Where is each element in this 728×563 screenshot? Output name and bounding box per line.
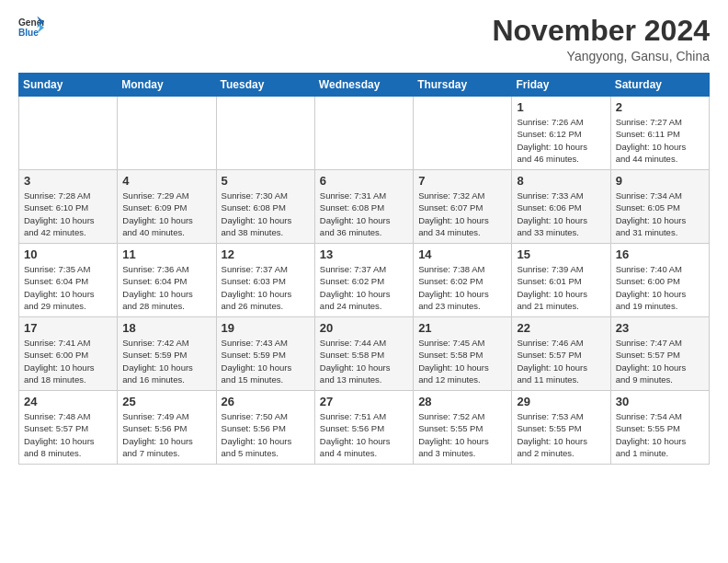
day-number-17: 17 [24,321,112,335]
cell-2-5: 15Sunrise: 7:39 AMSunset: 6:01 PMDayligh… [512,244,610,317]
week-row-4: 17Sunrise: 7:41 AMSunset: 6:00 PMDayligh… [19,317,710,391]
cell-3-1: 18Sunrise: 7:42 AMSunset: 5:59 PMDayligh… [118,317,216,391]
day-info-7: Sunrise: 7:32 AMSunset: 6:07 PMDaylight:… [418,190,506,238]
cell-0-0 [19,97,118,170]
cell-0-2 [216,97,314,170]
cell-0-1 [118,97,216,170]
svg-text:Blue: Blue [18,28,39,38]
header-sunday: Sunday [19,74,118,97]
day-info-5: Sunrise: 7:30 AMSunset: 6:08 PMDaylight:… [222,190,310,238]
day-number-14: 14 [418,247,506,261]
day-info-27: Sunrise: 7:51 AMSunset: 5:56 PMDaylight:… [320,410,408,459]
title-block: November 2024 Yangyong, Gansu, China [492,15,710,63]
cell-2-6: 16Sunrise: 7:40 AMSunset: 6:00 PMDayligh… [610,244,709,317]
header-thursday: Thursday [414,74,512,97]
day-number-6: 6 [320,174,408,188]
day-info-1: Sunrise: 7:26 AMSunset: 6:12 PMDaylight:… [517,116,605,165]
header-monday: Monday [118,74,216,97]
day-number-10: 10 [24,247,112,261]
day-info-2: Sunrise: 7:27 AMSunset: 6:11 PMDaylight:… [616,116,704,165]
logo: General Blue [18,15,44,40]
day-info-25: Sunrise: 7:49 AMSunset: 5:56 PMDaylight:… [122,410,210,459]
cell-4-6: 30Sunrise: 7:54 AMSunset: 5:55 PMDayligh… [610,391,709,465]
cell-0-3 [314,97,413,170]
day-number-23: 23 [616,321,704,335]
day-number-3: 3 [24,174,112,188]
cell-2-3: 13Sunrise: 7:37 AMSunset: 6:02 PMDayligh… [314,244,413,317]
location-subtitle: Yangyong, Gansu, China [492,49,710,63]
cell-3-2: 19Sunrise: 7:43 AMSunset: 5:59 PMDayligh… [216,317,314,391]
day-info-26: Sunrise: 7:50 AMSunset: 5:56 PMDaylight:… [222,410,310,459]
cell-1-0: 3Sunrise: 7:28 AMSunset: 6:10 PMDaylight… [19,170,118,244]
calendar-header: Sunday Monday Tuesday Wednesday Thursday… [19,74,710,97]
day-info-6: Sunrise: 7:31 AMSunset: 6:08 PMDaylight:… [320,190,408,238]
day-number-22: 22 [517,321,605,335]
day-info-13: Sunrise: 7:37 AMSunset: 6:02 PMDaylight:… [320,263,408,312]
day-info-12: Sunrise: 7:37 AMSunset: 6:03 PMDaylight:… [222,263,310,312]
cell-4-1: 25Sunrise: 7:49 AMSunset: 5:56 PMDayligh… [118,391,216,465]
day-number-5: 5 [222,174,310,188]
day-number-11: 11 [122,247,210,261]
week-row-3: 10Sunrise: 7:35 AMSunset: 6:04 PMDayligh… [19,244,710,317]
day-info-10: Sunrise: 7:35 AMSunset: 6:04 PMDaylight:… [24,263,112,312]
day-info-3: Sunrise: 7:28 AMSunset: 6:10 PMDaylight:… [24,190,112,238]
cell-0-4 [414,97,512,170]
week-row-5: 24Sunrise: 7:48 AMSunset: 5:57 PMDayligh… [19,391,710,465]
day-number-24: 24 [24,395,112,408]
day-info-23: Sunrise: 7:47 AMSunset: 5:57 PMDaylight:… [616,337,704,385]
cell-1-6: 9Sunrise: 7:34 AMSunset: 6:05 PMDaylight… [610,170,709,244]
cell-4-2: 26Sunrise: 7:50 AMSunset: 5:56 PMDayligh… [216,391,314,465]
cell-4-0: 24Sunrise: 7:48 AMSunset: 5:57 PMDayligh… [19,391,118,465]
day-info-9: Sunrise: 7:34 AMSunset: 6:05 PMDaylight:… [616,190,704,238]
day-number-9: 9 [616,174,704,188]
weekday-header-row: Sunday Monday Tuesday Wednesday Thursday… [19,74,710,97]
header-friday: Friday [512,74,610,97]
cell-1-4: 7Sunrise: 7:32 AMSunset: 6:07 PMDaylight… [414,170,512,244]
day-number-1: 1 [517,100,605,114]
cell-0-5: 1Sunrise: 7:26 AMSunset: 6:12 PMDaylight… [512,97,610,170]
day-number-4: 4 [122,174,210,188]
cell-3-5: 22Sunrise: 7:46 AMSunset: 5:57 PMDayligh… [512,317,610,391]
calendar-body: 1Sunrise: 7:26 AMSunset: 6:12 PMDaylight… [19,97,710,465]
day-number-12: 12 [222,247,310,261]
calendar-table: Sunday Monday Tuesday Wednesday Thursday… [18,73,710,465]
day-info-24: Sunrise: 7:48 AMSunset: 5:57 PMDaylight:… [24,410,112,459]
day-info-21: Sunrise: 7:45 AMSunset: 5:58 PMDaylight:… [418,337,506,385]
day-number-18: 18 [122,321,210,335]
cell-3-3: 20Sunrise: 7:44 AMSunset: 5:58 PMDayligh… [314,317,413,391]
cell-4-4: 28Sunrise: 7:52 AMSunset: 5:55 PMDayligh… [414,391,512,465]
header-wednesday: Wednesday [314,74,413,97]
day-info-17: Sunrise: 7:41 AMSunset: 6:00 PMDaylight:… [24,337,112,385]
logo-icon: General Blue [18,15,44,40]
day-number-26: 26 [222,395,310,408]
page: General Blue November 2024 Yangyong, Gan… [0,0,728,563]
cell-2-0: 10Sunrise: 7:35 AMSunset: 6:04 PMDayligh… [19,244,118,317]
day-number-25: 25 [122,395,210,408]
day-info-30: Sunrise: 7:54 AMSunset: 5:55 PMDaylight:… [616,410,704,459]
day-info-14: Sunrise: 7:38 AMSunset: 6:02 PMDaylight:… [418,263,506,312]
day-info-15: Sunrise: 7:39 AMSunset: 6:01 PMDaylight:… [517,263,605,312]
day-number-15: 15 [517,247,605,261]
cell-3-0: 17Sunrise: 7:41 AMSunset: 6:00 PMDayligh… [19,317,118,391]
day-info-19: Sunrise: 7:43 AMSunset: 5:59 PMDaylight:… [222,337,310,385]
day-number-27: 27 [320,395,408,408]
day-info-29: Sunrise: 7:53 AMSunset: 5:55 PMDaylight:… [517,410,605,459]
cell-1-3: 6Sunrise: 7:31 AMSunset: 6:08 PMDaylight… [314,170,413,244]
cell-2-4: 14Sunrise: 7:38 AMSunset: 6:02 PMDayligh… [414,244,512,317]
week-row-1: 1Sunrise: 7:26 AMSunset: 6:12 PMDaylight… [19,97,710,170]
day-number-2: 2 [616,100,704,114]
cell-1-2: 5Sunrise: 7:30 AMSunset: 6:08 PMDaylight… [216,170,314,244]
day-number-13: 13 [320,247,408,261]
day-number-16: 16 [616,247,704,261]
day-number-7: 7 [418,174,506,188]
header-tuesday: Tuesday [216,74,314,97]
day-number-8: 8 [517,174,605,188]
day-number-30: 30 [616,395,704,408]
day-number-20: 20 [320,321,408,335]
cell-4-5: 29Sunrise: 7:53 AMSunset: 5:55 PMDayligh… [512,391,610,465]
day-info-8: Sunrise: 7:33 AMSunset: 6:06 PMDaylight:… [517,190,605,238]
header-saturday: Saturday [610,74,709,97]
cell-3-4: 21Sunrise: 7:45 AMSunset: 5:58 PMDayligh… [414,317,512,391]
month-title: November 2024 [492,15,710,47]
day-number-28: 28 [418,395,506,408]
